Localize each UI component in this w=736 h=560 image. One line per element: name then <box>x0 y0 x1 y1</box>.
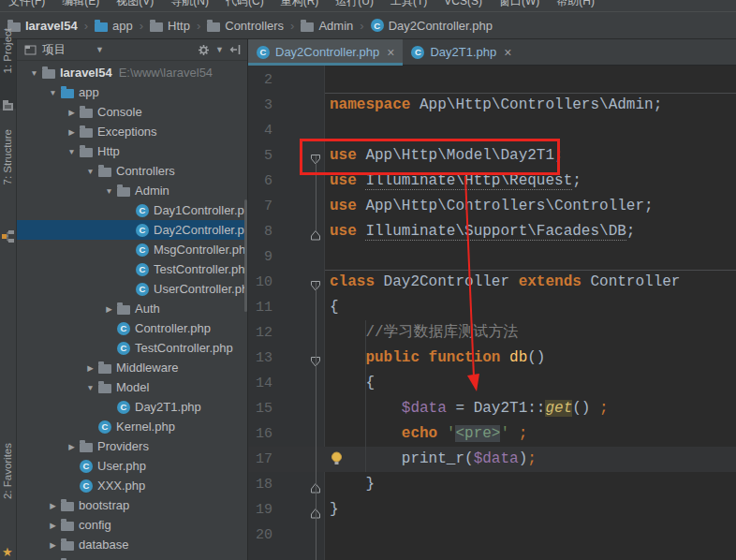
tree-row[interactable]: ▼app <box>17 82 247 102</box>
toolwindow-button-project[interactable]: 1: Project <box>0 28 16 96</box>
breadcrumb-item[interactable]: Admin <box>301 19 353 33</box>
toolwindow-button-structure[interactable]: 7: Structure <box>0 129 16 208</box>
code-line[interactable]: 9 <box>248 244 736 270</box>
tree-row[interactable]: ▶Console <box>17 102 247 122</box>
code-line[interactable]: 15 $data = Day2T1::get() ; <box>248 396 736 421</box>
tree-row[interactable]: ▶Auth <box>17 299 247 318</box>
line-number[interactable]: 18 <box>248 472 272 497</box>
code-line[interactable]: 11{ <box>248 295 736 320</box>
tree-row[interactable]: TestController.php <box>17 338 247 358</box>
tree-row[interactable]: ▶Providers <box>17 436 247 456</box>
line-number[interactable]: 11 <box>248 295 272 320</box>
menu-item[interactable]: 重构(R) <box>272 0 328 10</box>
tree-row[interactable]: ▼laravel54E:\www\laravel54 <box>17 63 247 82</box>
editor-tab[interactable]: Day2Controller.php× <box>248 39 403 65</box>
tree-row[interactable]: TestController.php <box>17 259 247 279</box>
tree-row[interactable]: ▶Middleware <box>17 358 247 377</box>
breadcrumb-item[interactable]: Day2Controller.php <box>371 19 493 33</box>
tree-row[interactable]: ▼Admin <box>17 181 247 200</box>
tree-row[interactable]: ▼Http <box>17 141 247 161</box>
menu-item[interactable]: 视图(V) <box>108 0 162 10</box>
line-number[interactable]: 14 <box>248 371 272 396</box>
folder-icon <box>150 22 163 32</box>
tree-row[interactable]: MsgController.php <box>17 240 247 259</box>
menu-item[interactable]: 运行(U) <box>327 0 382 10</box>
line-number[interactable]: 3 <box>248 93 272 118</box>
tree-row[interactable]: Day2T1.php <box>17 397 247 417</box>
menu-item[interactable]: 编辑(E) <box>53 0 108 10</box>
line-number[interactable]: 7 <box>248 194 272 219</box>
code-line[interactable]: 12 //学习数据库测试方法 <box>248 320 736 346</box>
toolwindow-button-favorites[interactable]: 2: Favorites <box>0 443 16 544</box>
tree-row[interactable]: ▶public <box>17 554 247 560</box>
panel-title[interactable]: 项目 <box>42 42 66 58</box>
line-number[interactable]: 15 <box>248 396 272 421</box>
breadcrumb-item[interactable]: app <box>95 19 133 33</box>
menu-item[interactable]: 文件(F) <box>0 0 53 10</box>
tree-row[interactable]: Kernel.php <box>17 417 247 436</box>
code-token <box>509 425 519 442</box>
tree-row[interactable]: Day2Controller.php <box>17 220 247 240</box>
code-line[interactable]: 13 public function db() <box>248 346 736 371</box>
menu-item[interactable]: 导航(N) <box>162 0 217 10</box>
tree-row[interactable]: XXX.php <box>17 476 247 495</box>
code-line[interactable]: 18 } <box>248 472 736 497</box>
line-number[interactable]: 5 <box>248 143 272 169</box>
code-line[interactable]: 19} <box>248 497 736 523</box>
tree-row[interactable]: Day1Controller.php <box>17 200 247 220</box>
chevron-down-icon[interactable]: ▼ <box>215 45 224 54</box>
tree-item-label: Providers <box>97 439 149 453</box>
breadcrumb-item[interactable]: Http <box>150 19 190 33</box>
code-line[interactable]: 3namespace App\Http\Controllers\Admin; <box>248 93 736 118</box>
tree-row[interactable]: ▶bootstrap <box>17 495 247 515</box>
menu-item[interactable]: VCS(S) <box>435 0 491 10</box>
breadcrumb-item[interactable]: laravel54 <box>7 19 78 33</box>
tree-row[interactable]: ▼Model <box>17 377 247 397</box>
tree-row[interactable]: ▶config <box>17 515 247 535</box>
project-icon[interactable] <box>2 99 14 111</box>
line-number[interactable]: 6 <box>248 169 272 194</box>
tree-row[interactable]: User.php <box>17 456 247 476</box>
line-number[interactable]: 20 <box>248 523 272 548</box>
line-number[interactable]: 19 <box>248 497 272 523</box>
php-class-icon <box>117 322 130 335</box>
editor-body[interactable]: 23namespace App\Http\Controllers\Admin;4… <box>248 66 736 560</box>
line-number[interactable]: 10 <box>248 270 272 295</box>
tree-row[interactable]: ▶database <box>17 535 247 554</box>
line-number[interactable]: 16 <box>248 421 272 447</box>
code-line[interactable]: 8use Illuminate\Support\Facades\DB; <box>248 219 736 244</box>
tree-row[interactable]: ▼Controllers <box>17 161 247 181</box>
tree-row[interactable]: UserController.php <box>17 279 247 299</box>
line-number[interactable]: 8 <box>248 219 272 244</box>
code-line[interactable]: 7use App\Http\Controllers\Controller; <box>248 194 736 219</box>
code-line[interactable]: 20 <box>248 523 736 548</box>
tree-row[interactable]: ▶Exceptions <box>17 122 247 141</box>
code-line[interactable]: 17 print_r($data); <box>248 447 736 472</box>
editor-tab[interactable]: Day2T1.php× <box>403 39 520 65</box>
star-icon[interactable]: ★ <box>2 545 13 559</box>
line-number[interactable]: 4 <box>248 118 272 143</box>
line-number[interactable]: 9 <box>248 244 272 270</box>
line-number[interactable]: 13 <box>248 346 272 371</box>
structure-icon[interactable] <box>2 230 14 243</box>
line-number[interactable]: 2 <box>248 67 272 93</box>
code-line[interactable]: 10class Day2Controller extends Controlle… <box>248 270 736 295</box>
line-number[interactable]: 12 <box>248 320 272 346</box>
gear-icon[interactable] <box>198 44 210 56</box>
line-number[interactable]: 17 <box>248 447 272 472</box>
intention-bulb-icon[interactable] <box>331 451 343 471</box>
tree-row[interactable]: Controller.php <box>17 318 247 338</box>
chevron-down-icon[interactable]: ▼ <box>96 45 104 54</box>
folder-icon <box>98 364 111 374</box>
code-token: //学习数据库测试方法 <box>330 324 519 341</box>
menu-item[interactable]: 窗口(W) <box>491 0 548 10</box>
tree-scrollbar[interactable] <box>244 199 247 312</box>
code-line[interactable]: 14 { <box>248 371 736 396</box>
breadcrumb-item[interactable]: Controllers <box>207 19 284 33</box>
menu-item[interactable]: 代码(C) <box>217 0 272 10</box>
code-line[interactable]: 2 <box>248 67 736 93</box>
menu-item[interactable]: 帮助(H) <box>548 0 603 10</box>
menu-item[interactable]: 工具(T) <box>382 0 435 10</box>
code-line[interactable]: 16 echo '<pre>' ; <box>248 421 736 447</box>
hide-panel-icon[interactable] <box>229 44 242 55</box>
